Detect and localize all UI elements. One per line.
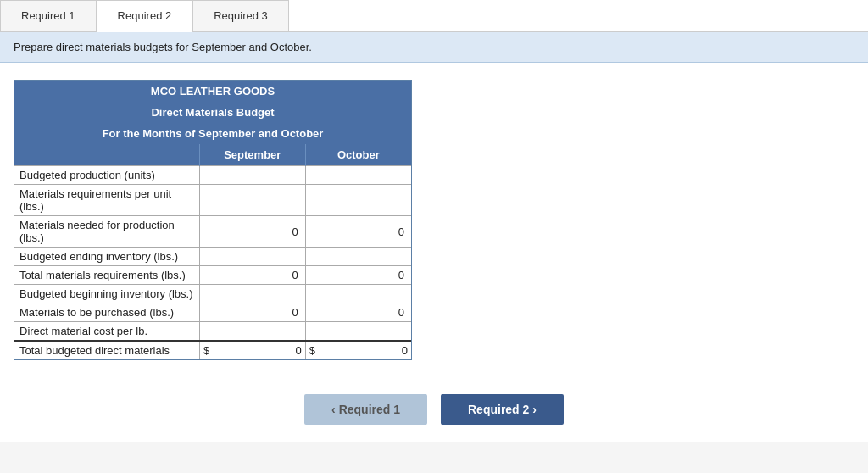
oct-cell-2: 0	[305, 216, 411, 248]
tab-required-3[interactable]: Required 3	[192, 0, 289, 31]
main-content: MCO LEATHER GOODS Direct Materials Budge…	[0, 63, 868, 377]
row-label-5: Budgeted beginning inventory (lbs.)	[14, 285, 199, 303]
row-label-1: Materials requirements per unit (lbs.)	[14, 185, 199, 216]
next-button-label: Required 2	[468, 403, 529, 416]
tab-required-1[interactable]: Required 1	[0, 0, 97, 31]
col-header-september: September	[199, 144, 305, 166]
prev-button-label: Required 1	[339, 403, 400, 416]
row-label-6: Materials to be purchased (lbs.)	[14, 303, 199, 322]
tab-required-2[interactable]: Required 2	[97, 0, 193, 32]
row-label-3: Budgeted ending inventory (lbs.)	[14, 248, 199, 266]
sep-input-3[interactable]	[203, 249, 302, 264]
oct-cell-7[interactable]	[305, 322, 411, 342]
sep-cell-1[interactable]	[199, 185, 305, 216]
sep-cell-0[interactable]	[199, 166, 305, 185]
oct-input-0[interactable]	[309, 168, 408, 182]
company-name: MCO LEATHER GOODS	[14, 81, 411, 102]
bottom-navigation: ‹ Required 1 Required 2 ›	[0, 377, 868, 442]
oct-input-5[interactable]	[309, 287, 408, 301]
sep-cell-5[interactable]	[199, 285, 305, 303]
col-header-october: October	[305, 144, 411, 166]
row-label-7: Direct material cost per lb.	[14, 322, 199, 342]
sep-cell-6: 0	[199, 303, 305, 322]
budget-table-wrapper: MCO LEATHER GOODS Direct Materials Budge…	[14, 80, 412, 360]
prev-arrow-icon: ‹	[331, 403, 336, 416]
sep-cell-8: $ 0	[199, 341, 305, 359]
next-arrow-icon: ›	[532, 403, 537, 416]
oct-cell-0[interactable]	[305, 166, 411, 185]
sep-dollar-sign-8: $	[203, 344, 213, 357]
oct-dollar-sign-8: $	[309, 344, 319, 357]
prev-button[interactable]: ‹ Required 1	[304, 394, 427, 425]
oct-input-3[interactable]	[309, 249, 408, 264]
oct-cell-5[interactable]	[305, 285, 411, 303]
sep-cell-2: 0	[199, 216, 305, 248]
row-label-2: Materials needed for production (lbs.)	[14, 216, 199, 248]
oct-cell-8: $ 0	[305, 341, 411, 359]
next-button[interactable]: Required 2 ›	[441, 394, 564, 425]
row-label-0: Budgeted production (units)	[14, 166, 199, 185]
oct-cell-4: 0	[305, 266, 411, 285]
oct-cell-1[interactable]	[305, 185, 411, 216]
sep-cell-4: 0	[199, 266, 305, 285]
instructions-text: Prepare direct materials budgets for Sep…	[0, 32, 868, 63]
sep-input-5[interactable]	[203, 287, 302, 301]
tab-bar: Required 1 Required 2 Required 3	[0, 0, 868, 32]
budget-table: September October Budgeted production (u…	[14, 144, 411, 359]
budget-period: For the Months of September and October	[14, 123, 411, 144]
oct-cell-3[interactable]	[305, 248, 411, 266]
sep-cell-7[interactable]	[199, 322, 305, 342]
oct-cell-6: 0	[305, 303, 411, 322]
sep-input-7[interactable]	[203, 324, 302, 338]
budget-title: Direct Materials Budget	[14, 102, 411, 123]
sep-input-1[interactable]	[203, 193, 302, 208]
col-header-empty	[14, 144, 199, 166]
row-label-8: Total budgeted direct materials	[14, 341, 199, 359]
oct-input-7[interactable]	[309, 324, 408, 338]
row-label-4: Total materials requirements (lbs.)	[14, 266, 199, 285]
oct-input-1[interactable]	[309, 193, 408, 208]
sep-cell-3[interactable]	[199, 248, 305, 266]
sep-input-0[interactable]	[203, 168, 302, 182]
